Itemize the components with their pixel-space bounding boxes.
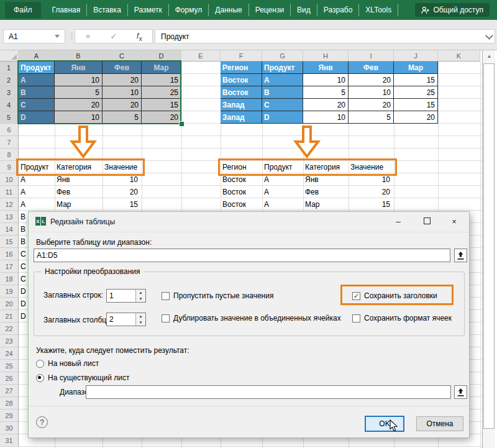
cell[interactable]: 20 — [103, 186, 142, 198]
cell[interactable]: Мар — [142, 62, 181, 74]
cancel-entry-icon[interactable]: × — [75, 32, 101, 41]
row-header-7[interactable]: 7 — [0, 136, 19, 149]
cell[interactable]: 20 — [103, 99, 142, 111]
ribbon-tab-разметк[interactable]: Разметк — [127, 4, 168, 16]
cell[interactable]: 5 — [349, 111, 394, 124]
keep-format-checkbox[interactable] — [352, 314, 360, 322]
cell[interactable]: D — [19, 111, 55, 124]
cell[interactable]: Регион — [221, 62, 262, 74]
dialog-titlebar[interactable]: X L Редизайн таблицы – × — [29, 212, 469, 232]
spin-down-icon[interactable]: ▼ — [136, 296, 145, 302]
cell[interactable]: 15 — [142, 99, 181, 111]
row-header-13[interactable]: 13 — [0, 211, 19, 223]
skip-empty-checkbox[interactable] — [162, 292, 170, 300]
cell[interactable]: 20 — [349, 74, 394, 86]
close-button[interactable]: × — [448, 216, 460, 228]
cell[interactable]: A — [262, 173, 303, 186]
cell[interactable]: A — [19, 74, 55, 86]
row-header-15[interactable]: 15 — [0, 235, 19, 248]
column-header-E[interactable]: E — [181, 50, 221, 62]
name-box-dropdown-icon[interactable] — [55, 35, 60, 38]
cell[interactable]: 25 — [394, 86, 438, 99]
row-header-23[interactable]: 23 — [0, 335, 19, 347]
cell[interactable]: Восток — [221, 198, 262, 211]
scroll-up-icon[interactable]: ▲ — [484, 52, 495, 62]
row-header-17[interactable]: 17 — [0, 260, 19, 273]
row-header-1[interactable]: 1 — [0, 62, 19, 74]
cell[interactable]: Продукт — [262, 62, 303, 74]
cell[interactable]: Янв — [55, 62, 103, 74]
cell[interactable]: 20 — [142, 111, 181, 124]
cell[interactable]: 15 — [349, 198, 394, 211]
cell[interactable]: 10 — [303, 111, 349, 124]
cell[interactable]: Регион — [221, 161, 262, 173]
cell[interactable]: Янв — [55, 173, 103, 186]
row-header-19[interactable]: 19 — [0, 285, 19, 298]
header-cols-stepper[interactable]: 2 ▲▼ — [106, 313, 146, 326]
insert-function-icon[interactable]: fx — [127, 31, 152, 42]
cell[interactable]: Восток — [221, 74, 262, 86]
cell[interactable]: Восток — [221, 86, 262, 99]
cell[interactable]: Фев — [349, 62, 394, 74]
cell[interactable]: 15 — [394, 99, 438, 111]
cell[interactable]: B — [19, 86, 55, 99]
cell[interactable]: C — [19, 99, 55, 111]
column-header-K[interactable]: K — [438, 50, 480, 62]
row-header-22[interactable]: 22 — [0, 322, 19, 335]
ribbon-tab-формул[interactable]: Формул — [168, 4, 209, 16]
cell[interactable]: 15 — [142, 74, 181, 86]
column-header-B[interactable]: B — [55, 50, 103, 62]
help-button[interactable]: ? — [36, 416, 48, 428]
row-header-28[interactable]: 28 — [0, 397, 19, 409]
range-picker-button[interactable] — [454, 249, 467, 262]
spin-down-icon[interactable]: ▼ — [136, 319, 145, 326]
enter-entry-icon[interactable]: ✓ — [101, 32, 126, 41]
ribbon-tab-вид[interactable]: Вид — [290, 4, 317, 16]
cell[interactable]: 20 — [55, 99, 103, 111]
column-header-I[interactable]: I — [349, 50, 394, 62]
cell[interactable]: 20 — [103, 74, 142, 86]
cell[interactable]: 15 — [394, 74, 438, 86]
cell[interactable]: A — [262, 198, 303, 211]
cell[interactable]: Янв — [303, 62, 349, 74]
cell[interactable]: Мар — [303, 198, 349, 211]
row-header-18[interactable]: 18 — [0, 273, 19, 285]
cell[interactable]: Категория — [55, 161, 103, 173]
row-header-29[interactable]: 29 — [0, 409, 19, 422]
existing-sheet-radio[interactable] — [36, 374, 44, 382]
cell[interactable]: Восток — [221, 186, 262, 198]
cell[interactable]: 10 — [349, 86, 394, 99]
column-header-J[interactable]: J — [394, 50, 438, 62]
cell[interactable]: C — [262, 99, 303, 111]
cell[interactable]: A — [262, 74, 303, 86]
ok-button[interactable]: OK — [365, 416, 404, 432]
cell[interactable]: 10 — [103, 86, 142, 99]
keep-headers-checkbox[interactable]: ✓ — [352, 292, 360, 300]
cell[interactable]: Фев — [55, 186, 103, 198]
cell[interactable]: 15 — [103, 198, 142, 211]
column-header-G[interactable]: G — [262, 50, 303, 62]
cell[interactable]: 10 — [55, 74, 103, 86]
row-header-25[interactable]: 25 — [0, 360, 19, 372]
ribbon-tab-вставка[interactable]: Вставка — [86, 4, 127, 16]
cell[interactable]: D — [262, 111, 303, 124]
ribbon-tab-разрабо[interactable]: Разрабо — [317, 4, 359, 16]
row-header-3[interactable]: 3 — [0, 86, 19, 99]
new-sheet-radio[interactable] — [36, 360, 44, 368]
row-header-24[interactable]: 24 — [0, 347, 19, 360]
cell[interactable]: 10 — [103, 173, 142, 186]
minimize-button[interactable]: – — [392, 216, 404, 228]
cell[interactable]: Мар — [394, 62, 438, 74]
cell[interactable]: Восток — [221, 173, 262, 186]
fill-handle[interactable] — [179, 121, 185, 127]
ribbon-tab-рецензи[interactable]: Рецензи — [248, 4, 290, 16]
row-header-9[interactable]: 9 — [0, 161, 19, 173]
cell[interactable]: Мар — [55, 198, 103, 211]
cell[interactable]: A — [19, 186, 55, 198]
maximize-button[interactable] — [421, 216, 433, 228]
cell[interactable]: 10 — [349, 173, 394, 186]
row-header-6[interactable]: 6 — [0, 124, 19, 136]
row-header-21[interactable]: 21 — [0, 310, 19, 322]
scrollbar-thumb[interactable] — [483, 63, 495, 429]
share-button[interactable]: Общий доступ — [415, 3, 490, 17]
